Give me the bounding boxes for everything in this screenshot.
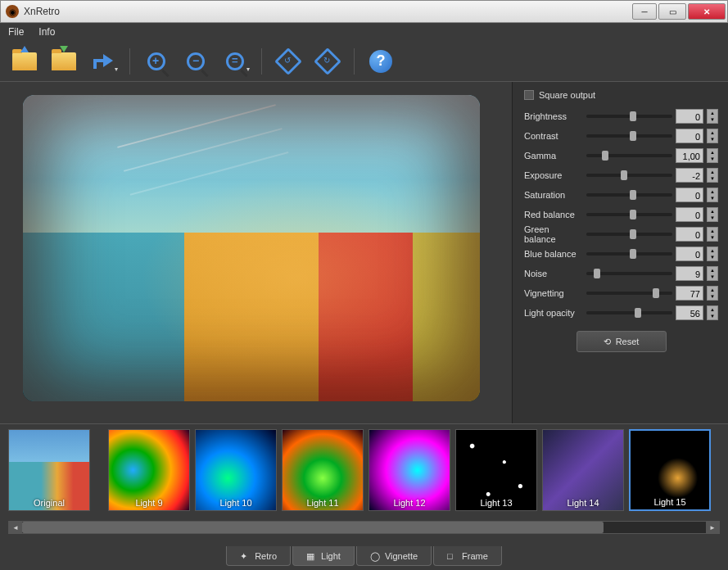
zoom-fit-button[interactable] [219,45,251,78]
scrollbar-thumb[interactable] [22,522,604,533]
slider-spinner[interactable]: ▲▼ [707,168,718,183]
slider-track[interactable] [586,174,672,177]
slider-value[interactable]: 0 [676,207,703,222]
slider-thumb[interactable] [594,269,600,278]
slider-thumb[interactable] [602,151,608,161]
slider-label: Blue balance [524,249,583,259]
slider-label: Light opacity [524,308,583,318]
slider-value[interactable]: 0 [676,227,703,242]
thumbnail-effect[interactable]: Light 15 [629,429,711,511]
slider-row: Noise9▲▼ [524,264,718,283]
slider-label: Green balance [524,224,583,244]
slider-value[interactable]: 0 [676,129,703,143]
thumbnail-label: Light 14 [543,498,623,508]
slider-thumb[interactable] [621,170,627,180]
slider-spinner[interactable]: ▲▼ [707,109,718,124]
slider-spinner[interactable]: ▲▼ [707,305,718,320]
tab-light[interactable]: ▦Light [292,546,355,566]
slider-value[interactable]: 0 [676,109,703,124]
share-button[interactable] [87,45,120,78]
slider-spinner[interactable]: ▲▼ [707,188,718,202]
reset-button[interactable]: ⟲ Reset [577,331,667,352]
slider-spinner[interactable]: ▲▼ [707,247,718,261]
slider-thumb[interactable] [635,308,641,318]
thumbnail-label: Light 13 [456,498,536,508]
slider-track[interactable] [586,193,672,197]
slider-thumb[interactable] [630,229,636,239]
rotate-cw-button[interactable] [311,45,344,78]
slider-value[interactable]: 9 [676,266,703,281]
thumbnail-effect[interactable]: Light 9 [108,429,190,511]
thumbnail-effect[interactable]: Light 12 [369,429,450,511]
circle-icon: ◯ [370,551,380,561]
thumbnail-original[interactable]: Original [8,429,90,511]
tab-frame[interactable]: □Frame [433,546,502,566]
slider-thumb[interactable] [630,111,636,121]
open-button[interactable] [8,45,41,78]
slider-row: Green balance0▲▼ [524,224,718,244]
slider-track[interactable] [586,292,672,295]
tab-vignette[interactable]: ◯Vignette [356,546,432,566]
slider-thumb[interactable] [653,288,659,298]
close-button[interactable]: ✕ [688,3,726,20]
slider-row: Blue balance0▲▼ [524,244,718,264]
maximize-button[interactable]: ▭ [658,3,686,20]
slider-track[interactable] [586,272,672,275]
strip-scrollbar[interactable]: ◄ ► [8,521,720,534]
help-button[interactable]: ? [364,45,397,78]
square-output-label: Square output [539,90,595,100]
help-icon: ? [369,50,392,73]
tab-retro[interactable]: ✦Retro [226,546,291,566]
thumbnail-effect[interactable]: Light 14 [542,429,624,511]
slider-value[interactable]: 0 [676,247,703,261]
slider-track[interactable] [586,115,672,118]
slider-spinner[interactable]: ▲▼ [707,227,718,242]
slider-spinner[interactable]: ▲▼ [707,207,718,222]
slider-spinner[interactable]: ▲▼ [707,148,718,163]
square-output-checkbox[interactable] [524,90,534,100]
toolbar: ? [0,41,728,82]
slider-spinner[interactable]: ▲▼ [707,129,718,143]
slider-label: Contrast [524,131,583,141]
slider-thumb[interactable] [630,190,636,200]
slider-value[interactable]: 0 [676,188,703,202]
slider-spinner[interactable]: ▲▼ [707,286,718,301]
scroll-left-button[interactable]: ◄ [9,522,22,533]
minimize-button[interactable]: ─ [632,3,657,20]
menu-file[interactable]: File [8,26,24,38]
slider-value[interactable]: 1,00 [676,148,703,163]
zoom-out-button[interactable] [179,45,212,78]
scroll-right-button[interactable]: ► [706,522,719,533]
slider-label: Exposure [524,170,583,180]
thumbnail-effect[interactable]: Light 10 [195,429,277,511]
slider-row: Brightness0▲▼ [524,106,718,126]
slider-row: Contrast0▲▼ [524,126,718,146]
slider-row: Red balance0▲▼ [524,205,718,224]
save-button[interactable] [47,45,80,78]
adjustments-panel: Square output Brightness0▲▼Contrast0▲▼Ga… [512,82,728,423]
wand-icon: ✦ [240,551,250,561]
slider-row: Saturation0▲▼ [524,185,718,205]
slider-value[interactable]: -2 [676,168,703,183]
slider-value[interactable]: 77 [676,286,703,301]
slider-value[interactable]: 56 [676,305,703,320]
thumbnail-label: Light 15 [631,497,709,507]
rotate-ccw-button[interactable] [272,45,305,78]
slider-track[interactable] [586,252,672,256]
slider-label: Brightness [524,111,583,121]
menu-info[interactable]: Info [38,26,55,38]
thumbnail-effect[interactable]: Light 13 [455,429,537,511]
slider-track[interactable] [586,311,672,314]
slider-label: Saturation [524,190,583,200]
thumbnail-effect[interactable]: Light 11 [282,429,364,511]
slider-thumb[interactable] [630,249,636,259]
slider-track[interactable] [586,233,672,236]
slider-track[interactable] [586,213,672,216]
thumbnail-label: Light 9 [109,498,189,508]
slider-track[interactable] [586,134,672,138]
slider-track[interactable] [586,154,672,157]
slider-thumb[interactable] [630,210,636,219]
slider-spinner[interactable]: ▲▼ [707,266,718,281]
zoom-in-button[interactable] [140,45,173,78]
slider-thumb[interactable] [630,131,636,141]
